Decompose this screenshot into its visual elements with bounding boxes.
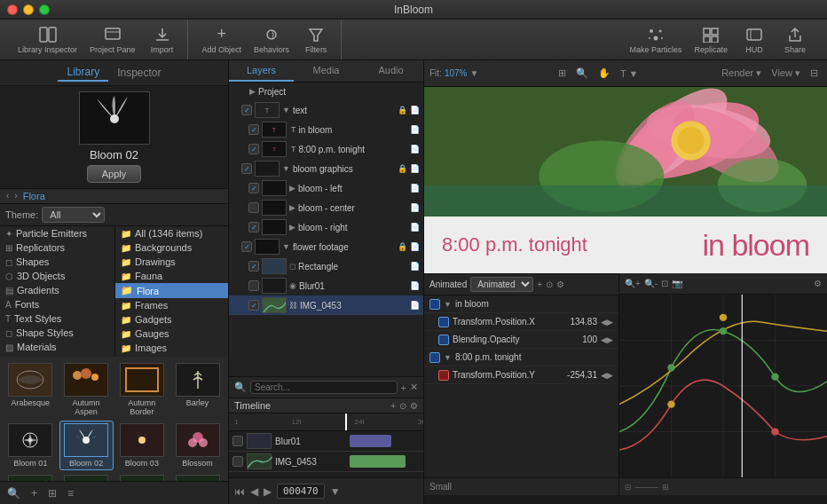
layer-check-bloom-graphics[interactable]: [241, 163, 252, 174]
nav-forward-arrow[interactable]: ›: [12, 191, 20, 201]
subcat-gadgets[interactable]: 📁Gadgets: [115, 312, 228, 327]
thumb-branch03[interactable]: Branch 03: [115, 472, 169, 481]
tl-check-blur01[interactable]: [232, 436, 243, 446]
subcat-backgrounds[interactable]: 📁Backgrounds: [115, 240, 228, 255]
layer-check-text[interactable]: [241, 105, 252, 115]
cat-replicators[interactable]: ⊞Replicators: [0, 240, 114, 255]
behaviors-button[interactable]: Behaviors: [248, 24, 295, 56]
list-view-button[interactable]: ≡: [64, 485, 77, 501]
curve-zoom-slider[interactable]: ────: [635, 483, 658, 492]
play-back-button[interactable]: ◀: [250, 485, 258, 498]
curve-zoom-out-button[interactable]: 🔍-: [644, 279, 658, 288]
theme-select[interactable]: All Nature Abstract: [42, 207, 105, 223]
tab-media[interactable]: Media: [294, 60, 358, 82]
cat-shapes[interactable]: ◻Shapes: [0, 255, 114, 269]
layer-row-time-text[interactable]: T T 8:00 p.m. tonight 📄: [229, 139, 423, 159]
remove-filter-button[interactable]: ✕: [410, 382, 418, 393]
tab-audio[interactable]: Audio: [358, 60, 423, 82]
add-object-button[interactable]: + Add Object: [197, 24, 248, 56]
import-button[interactable]: Import: [143, 24, 182, 56]
replicate-button[interactable]: Replicate: [689, 24, 733, 56]
cat-gradients[interactable]: ▤Gradients: [0, 283, 114, 297]
tl-check-img0453[interactable]: [232, 456, 243, 467]
param-check-position-y[interactable]: [438, 370, 449, 381]
param-value-opacity[interactable]: 100: [544, 335, 597, 344]
param-check-position-x[interactable]: [438, 317, 449, 327]
render-button[interactable]: Render ▾: [718, 66, 765, 81]
subcat-frames[interactable]: 📁Frames: [115, 298, 228, 312]
grid-view-button[interactable]: ⊞: [44, 485, 60, 501]
add-filter-button[interactable]: +: [401, 382, 406, 393]
library-inspector-button[interactable]: Library Inspector: [12, 24, 83, 56]
project-pane-button[interactable]: Project Pane: [84, 24, 141, 56]
tab-layers[interactable]: Layers: [229, 60, 294, 82]
thumb-autumn-border[interactable]: Autumn Border: [115, 360, 169, 419]
rewind-button[interactable]: ⏮: [234, 485, 245, 498]
thumb-arabesque[interactable]: Arabesque: [4, 360, 58, 419]
curve-fit-button[interactable]: ⊡: [661, 279, 668, 288]
play-options-button[interactable]: ▼: [330, 485, 341, 498]
layer-check-time-text[interactable]: [248, 144, 259, 154]
params-settings-button[interactable]: ⚙: [556, 280, 564, 289]
layer-row-rectangle[interactable]: ◻ Rectangle 📄: [229, 256, 423, 276]
layer-row-bloom-left[interactable]: ▶ bloom - left 📄: [229, 178, 423, 198]
param-stepper-y[interactable]: ◀▶: [601, 371, 613, 380]
subcat-images[interactable]: 📁Images: [115, 341, 228, 355]
curve-zoom-plus[interactable]: ⊞: [662, 483, 669, 492]
layer-check-in-bloom[interactable]: [248, 124, 259, 135]
share-button[interactable]: Share: [776, 24, 815, 56]
hud-button[interactable]: HUD: [735, 24, 774, 56]
fit-value[interactable]: 107%: [445, 68, 468, 78]
layer-check-bloom-center[interactable]: [248, 202, 259, 213]
close-button[interactable]: [7, 4, 18, 15]
thumb-bloom02[interactable]: Bloom 02: [59, 421, 114, 470]
layer-row-bloom-right[interactable]: ▶ bloom - right 📄: [229, 217, 423, 237]
play-button[interactable]: ▶: [264, 485, 272, 498]
animated-select[interactable]: Animated: [470, 277, 533, 292]
timeline-record-button[interactable]: ⊙: [399, 401, 406, 411]
add-to-favorites-button[interactable]: +: [28, 485, 41, 501]
layer-row-text[interactable]: T ▼ text 🔒 📄: [229, 100, 423, 120]
layer-check-flower-footage[interactable]: [241, 241, 252, 252]
layer-row-project[interactable]: ▶ Project: [229, 83, 423, 100]
filters-button[interactable]: Filters: [296, 24, 335, 56]
thumb-branch01[interactable]: Branch 01: [4, 472, 58, 481]
apply-button[interactable]: Apply: [87, 165, 142, 183]
cat-shape-styles[interactable]: ◻Shape Styles: [0, 326, 114, 340]
text-tool-button[interactable]: T ▼: [617, 67, 642, 81]
layer-row-bloom-graphics[interactable]: ▼ bloom graphics 🔒 📄: [229, 159, 423, 178]
param-check-in-bloom[interactable]: [429, 299, 440, 310]
library-tab[interactable]: Library: [58, 64, 108, 82]
playhead[interactable]: [345, 413, 347, 430]
layer-row-in-bloom[interactable]: T T in bloom 📄: [229, 120, 423, 139]
cat-particle-emitters[interactable]: ✦Particle Emitters: [0, 226, 114, 240]
params-add-button[interactable]: +: [537, 280, 542, 289]
thumb-branch02[interactable]: Branch 02: [59, 472, 114, 481]
layer-row-flower-footage[interactable]: ▼ flower footage 🔒 📄: [229, 237, 423, 256]
layer-row-img0453[interactable]: ⛓ IMG_0453 📄: [229, 295, 423, 315]
thumb-bloom01[interactable]: Bloom 01: [4, 421, 58, 470]
layer-row-bloom-center[interactable]: ▶ bloom - center 📄: [229, 198, 423, 217]
search-input[interactable]: [250, 381, 398, 394]
param-stepper-x[interactable]: ◀▶: [601, 318, 613, 327]
thumb-blossom[interactable]: Blossom: [170, 421, 224, 470]
zoom-in-button[interactable]: 🔍: [572, 66, 592, 81]
cat-fonts[interactable]: AFonts: [0, 297, 114, 311]
fit-dropdown-icon[interactable]: ▼: [469, 68, 478, 78]
layer-check-bloom-right[interactable]: [248, 222, 259, 232]
cat-text-styles[interactable]: TText Styles: [0, 311, 114, 326]
param-stepper-opacity[interactable]: ◀▶: [601, 335, 613, 344]
layer-row-blur01[interactable]: ◉ Blur01 📄: [229, 276, 423, 295]
curve-camera-button[interactable]: 📷: [672, 279, 682, 288]
subcat-drawings[interactable]: 📁Drawings: [115, 255, 228, 269]
frame-counter[interactable]: 000470: [277, 484, 325, 499]
thumb-bloom03[interactable]: Bloom 03: [115, 421, 169, 470]
param-check-opacity[interactable]: [438, 335, 449, 345]
cat-materials[interactable]: ▨Materials: [0, 340, 114, 354]
thumb-barley[interactable]: Barley: [170, 360, 224, 419]
param-value-position-y[interactable]: -254.31: [544, 370, 597, 380]
layer-check-rectangle[interactable]: [248, 261, 259, 272]
layer-check-img0453[interactable]: [248, 300, 259, 311]
make-particles-button[interactable]: Make Particles: [624, 24, 687, 56]
view-button[interactable]: View ▾: [768, 66, 804, 81]
